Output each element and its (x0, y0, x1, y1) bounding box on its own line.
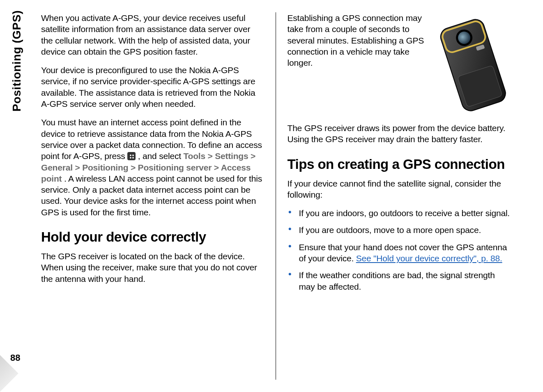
tips-list: If you are indoors, go outdoors to recei… (288, 208, 511, 292)
paragraph-battery: The GPS receiver draws its power from th… (288, 122, 511, 145)
device-antenna-illustration (432, 12, 510, 119)
cross-reference-link[interactable]: See "Hold your device correctly", p. 88. (356, 254, 502, 263)
menu-key-icon (127, 152, 136, 160)
content-columns: When you activate A-GPS, your device rec… (37, 12, 514, 380)
heading-hold-device: Hold your device correctly (41, 229, 264, 245)
manual-page: Positioning (GPS) 88 When you activate A… (0, 0, 543, 392)
page-number: 88 (10, 353, 20, 363)
list-item: Ensure that your hand does not cover the… (288, 242, 511, 264)
paragraph-tips-intro: If your device cannot find the satellite… (288, 178, 511, 201)
paragraph-agps-preconfig: Your device is preconfigured to use the … (41, 65, 264, 109)
paragraph-agps-intro: When you activate A-GPS, your device rec… (41, 12, 264, 57)
text: , and select (138, 151, 184, 161)
heading-tips: Tips on creating a GPS connection (288, 157, 511, 172)
list-item: If you are outdoors, move to a more open… (288, 224, 511, 235)
text: . A wireless LAN access point cannot be … (41, 174, 262, 217)
list-item: If the weather conditions are bad, the s… (288, 270, 511, 292)
paragraph-hold-device: The GPS receiver is located on the back … (41, 251, 264, 284)
float-wrap: Establishing a GPS connection may take f… (288, 12, 511, 122)
right-column: Establishing a GPS connection may take f… (276, 12, 515, 380)
left-column: When you activate A-GPS, your device rec… (37, 12, 276, 380)
list-item: If you are indoors, go outdoors to recei… (288, 208, 511, 219)
section-tab: Positioning (GPS) (10, 10, 23, 112)
paragraph-access-point: You must have an internet access point d… (41, 117, 264, 218)
